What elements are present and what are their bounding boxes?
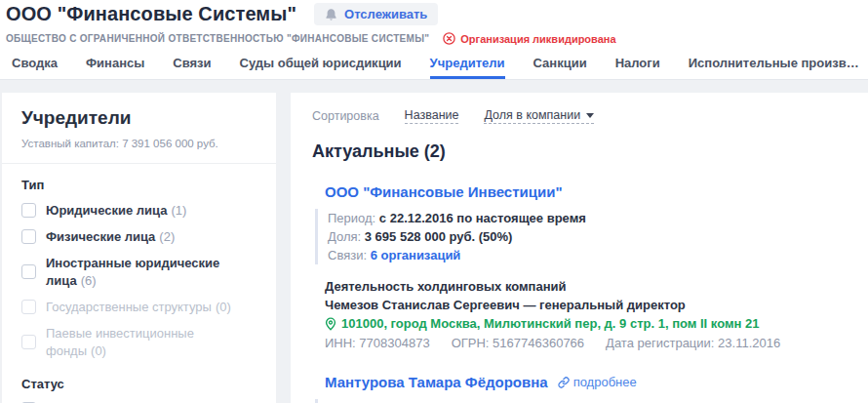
company-title: ООО "Финансовые Системы" — [6, 3, 296, 25]
period-row: Период: с 22.12.2016 по настоящее время — [328, 209, 845, 227]
follow-button-label: Отслеживать — [344, 7, 427, 21]
founder-details: Период: с 06.11.2019 по настоящее время … — [315, 399, 845, 403]
tab-uchrediteli[interactable]: Учредители — [430, 56, 505, 79]
sort-by-share-link[interactable]: Доля в компании — [484, 108, 594, 124]
period-label: Период: — [328, 211, 375, 225]
company-full-name: ОБЩЕСТВО С ОГРАНИЧЕННОЙ ОТВЕТСТВЕННОСТЬЮ… — [6, 33, 429, 44]
filters-sidebar: Учредители Уставный капитал: 7 391 056 0… — [2, 93, 276, 403]
founder-info: Деятельность холдинговых компаний Чемезо… — [325, 277, 845, 352]
sidebar-divider — [2, 163, 276, 164]
filter-gosudarstvennye-struktury: Государственные структуры(0) — [21, 298, 256, 315]
share-value: 3 695 528 000 руб. (50%) — [365, 229, 513, 244]
filter-label: Иностранные юридические лица — [46, 256, 219, 288]
filter-label: Физические лица — [46, 229, 155, 244]
inn-value: ИНН: 7708304873 — [325, 334, 430, 352]
filter-count: (0) — [91, 343, 106, 358]
founder-title-link[interactable]: ООО "Финансовые Инвестиции" — [325, 183, 563, 200]
links-label: Связи: — [328, 248, 367, 262]
sort-by-name-link[interactable]: Название — [405, 108, 459, 124]
bell-icon — [325, 8, 337, 21]
filter-count: (0) — [216, 300, 231, 314]
tab-finansy[interactable]: Финансы — [86, 56, 144, 79]
more-details-label: подробнее — [573, 375, 637, 389]
founder-title-link[interactable]: Мантурова Тамара Фёдоровна — [325, 374, 548, 390]
liquidation-badge: Организация ликвидирована — [443, 32, 615, 45]
founder-head: ООО "Финансовые Инвестиции" — [325, 183, 845, 200]
tab-bar: Сводка Финансы Связи Суды общей юрисдикц… — [0, 45, 868, 80]
filter-label: Государственные структуры — [46, 300, 212, 314]
filter-group-status-label: Статус — [21, 377, 256, 391]
director-row: Чемезов Станислав Сергеевич — генеральны… — [325, 296, 845, 314]
tab-sudy-obshchey-yurisdikcii[interactable]: Суды общей юрисдикции — [240, 56, 402, 79]
tab-sankcii[interactable]: Санкции — [533, 56, 587, 79]
share-label: Доля: — [328, 229, 361, 244]
sort-label: Сортировка — [312, 109, 379, 123]
filter-yuridicheskie-lica[interactable]: Юридические лица(1) — [21, 201, 256, 219]
founder-card-finansovye-investicii: ООО "Финансовые Инвестиции" Период: с 22… — [325, 183, 845, 352]
charter-capital: Уставный капитал: 7 391 056 000 руб. — [21, 138, 256, 149]
sort-row: Сортировка Название Доля в компании — [312, 108, 845, 124]
page-header: ООО "Финансовые Системы" Отслеживать ОБЩ… — [0, 0, 868, 45]
subtitle-row: ОБЩЕСТВО С ОГРАНИЧЕННОЙ ОТВЕТСТВЕННОСТЬЮ… — [6, 32, 858, 45]
registry-row: ИНН: 7708304873 ОГРН: 5167746360766 Дата… — [325, 334, 845, 352]
filter-count: (2) — [159, 229, 175, 244]
address-text: 101000, город Москва, Милютинский пер, д… — [341, 314, 759, 333]
filter-count: (6) — [81, 273, 97, 288]
reg-date-value: Дата регистрации: 23.11.2016 — [606, 334, 780, 352]
location-pin-icon — [325, 317, 336, 331]
share-row: Доля: 3 695 528 000 руб. (50%) — [328, 227, 845, 246]
founder-card-manturova: Мантурова Тамара Фёдоровна подробнее Пер… — [325, 374, 845, 403]
filter-inostrannye-yuridicheskie-lica[interactable]: Иностранные юридические лица(6) — [21, 254, 256, 289]
checkbox-icon — [21, 335, 36, 349]
founder-details: Период: с 22.12.2016 по настоящее время … — [315, 209, 845, 264]
period-value: с 22.12.2016 по настоящее время — [379, 211, 586, 225]
filter-group-type-label: Тип — [21, 178, 256, 192]
tab-nalogi[interactable]: Налоги — [615, 56, 660, 79]
section-title: Актуальные (2) — [312, 141, 845, 162]
filter-label: Паевые инвестиционные фонды — [46, 326, 194, 358]
company-profile-page: ООО "Финансовые Системы" Отслеживать ОБЩ… — [0, 0, 868, 403]
link-icon — [558, 377, 570, 388]
filter-fizicheskie-lica[interactable]: Физические лица(2) — [21, 227, 256, 245]
checkbox-icon — [21, 300, 36, 314]
tab-ispolnitelnye-proizvodstva[interactable]: Исполнительные произв… — [689, 56, 859, 79]
activity-row: Деятельность холдинговых компаний — [325, 277, 845, 296]
address-row: 101000, город Москва, Милютинский пер, д… — [325, 314, 845, 333]
circle-x-icon — [443, 32, 455, 45]
follow-button[interactable]: Отслеживать — [314, 3, 438, 25]
checkbox-icon[interactable] — [21, 264, 36, 279]
more-details-link[interactable]: подробнее — [558, 375, 637, 389]
sort-by-share-label: Доля в компании — [484, 108, 580, 122]
liquidation-badge-label: Организация ликвидирована — [460, 33, 615, 45]
period-row: Период: с 06.11.2019 по настоящее время — [328, 399, 845, 403]
founder-head: Мантурова Тамара Фёдоровна подробнее — [325, 374, 845, 390]
links-row: Связи: 6 организаций — [328, 246, 845, 264]
tab-svyazi[interactable]: Связи — [173, 56, 211, 79]
checkbox-icon[interactable] — [21, 203, 36, 218]
chevron-down-icon — [586, 113, 594, 118]
tab-svodka[interactable]: Сводка — [12, 56, 58, 79]
links-count-link[interactable]: 6 организаций — [371, 248, 461, 262]
filter-count: (1) — [171, 203, 186, 218]
checkbox-icon[interactable] — [21, 229, 36, 244]
founders-panel: Сортировка Название Доля в компании Акту… — [291, 93, 868, 403]
sidebar-title: Учредители — [21, 107, 256, 129]
ogrn-value: ОГРН: 5167746360766 — [452, 334, 584, 352]
filter-label: Юридические лица — [46, 203, 167, 218]
filter-paevye-investicionnye-fondy: Паевые инвестиционные фонды(0) — [21, 324, 256, 359]
content-area: Учредители Уставный капитал: 7 391 056 0… — [0, 80, 868, 403]
title-row: ООО "Финансовые Системы" Отслеживать — [6, 3, 858, 25]
